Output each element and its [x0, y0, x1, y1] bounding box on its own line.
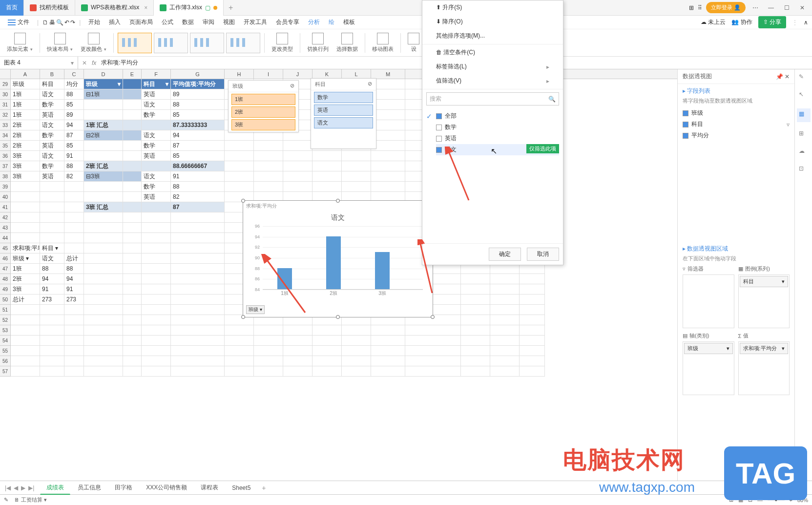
- row-header[interactable]: 51: [0, 305, 11, 315]
- qat-save-icon[interactable]: 🗋: [42, 19, 48, 26]
- maximize-button[interactable]: ☐: [781, 4, 792, 11]
- filter-area-drop[interactable]: [683, 274, 734, 328]
- sheet-prev-icon[interactable]: ◀: [13, 484, 19, 491]
- slicer-item[interactable]: 3班: [231, 119, 295, 130]
- qat-preview-icon[interactable]: 🔍: [56, 19, 63, 26]
- filter-search-input[interactable]: 搜索 🔍: [426, 92, 559, 105]
- field-item[interactable]: 班级: [683, 107, 790, 119]
- row-header[interactable]: 30: [0, 89, 11, 100]
- menu-insert[interactable]: 插入: [105, 16, 125, 28]
- row-header[interactable]: 36: [0, 151, 11, 161]
- row-header[interactable]: 29: [0, 79, 11, 89]
- col-header[interactable]: A: [11, 69, 40, 79]
- slicer-item[interactable]: 数学: [314, 92, 373, 103]
- filter-only-button[interactable]: 仅筛选此项: [526, 144, 559, 153]
- select-all-corner[interactable]: [0, 69, 11, 79]
- chart-style-3[interactable]: [190, 33, 224, 53]
- row-header[interactable]: 46: [0, 253, 11, 264]
- settings-button[interactable]: 设: [405, 32, 422, 54]
- row-header[interactable]: 38: [0, 171, 11, 182]
- checkbox-icon[interactable]: [683, 133, 688, 139]
- col-header[interactable]: E: [123, 69, 142, 79]
- row-header[interactable]: 34: [0, 130, 11, 141]
- values-area-drop[interactable]: 求和项:平均分▾: [738, 341, 790, 395]
- axis-area-item[interactable]: 班级▾: [684, 343, 733, 354]
- menu-start[interactable]: 开始: [84, 16, 104, 28]
- chart-style-4[interactable]: [226, 33, 260, 53]
- filter-check-item[interactable]: 数学: [436, 122, 559, 133]
- select-tool-icon[interactable]: ↖: [799, 91, 809, 101]
- minimize-button[interactable]: —: [765, 4, 777, 11]
- col-header[interactable]: C: [64, 69, 84, 79]
- chart-style-1[interactable]: [118, 33, 152, 53]
- clear-filter-item[interactable]: 🗑 清空条件(C): [422, 45, 563, 60]
- sheet-tab[interactable]: 田字格: [108, 481, 139, 494]
- slicer-clear-icon[interactable]: ⊘: [290, 83, 294, 90]
- tab-doc1[interactable]: WPS表格教程.xlsx×: [75, 0, 154, 16]
- filter-check-all[interactable]: ✓全部: [436, 110, 559, 122]
- spreadsheet-grid[interactable]: A B C D E F G H I J K L M O P Q R 29班级科目…: [0, 69, 677, 481]
- sort-asc-item[interactable]: ⬆ 升序(S): [422, 0, 563, 15]
- row-header[interactable]: 32: [0, 110, 11, 120]
- add-element-button[interactable]: 添加元素: [4, 32, 36, 54]
- close-window-button[interactable]: ✕: [796, 4, 808, 11]
- menu-review[interactable]: 审阅: [199, 16, 218, 28]
- label-filter-item[interactable]: 标签筛选(L)▸: [422, 60, 563, 74]
- share-button[interactable]: ⇧ 分享: [758, 16, 786, 28]
- row-header[interactable]: 40: [0, 192, 11, 202]
- menu-member[interactable]: 会员专享: [272, 16, 303, 28]
- menu-dev[interactable]: 开发工具: [240, 16, 271, 28]
- axis-area-drop[interactable]: 班级▾: [683, 341, 734, 395]
- row-header[interactable]: 48: [0, 274, 11, 284]
- slicer-item[interactable]: 1班: [231, 94, 295, 105]
- qat-print-icon[interactable]: 🖶: [49, 19, 55, 26]
- menu-icon[interactable]: ⋯: [750, 4, 761, 11]
- row-header[interactable]: 56: [0, 356, 11, 366]
- file-menu[interactable]: 文件: [4, 16, 33, 28]
- row-header[interactable]: 50: [0, 295, 11, 305]
- row-header[interactable]: 57: [0, 366, 11, 377]
- collapse-ribbon-icon[interactable]: ∧: [804, 19, 808, 26]
- row-header[interactable]: 44: [0, 233, 11, 243]
- col-header[interactable]: H: [225, 69, 254, 79]
- row-header[interactable]: 43: [0, 223, 11, 233]
- menu-layout[interactable]: 页面布局: [125, 16, 157, 28]
- add-sheet-button[interactable]: +: [258, 484, 270, 492]
- row-header[interactable]: 35: [0, 141, 11, 151]
- apps-icon[interactable]: ⠿: [698, 4, 702, 11]
- sheet-first-icon[interactable]: |◀: [4, 484, 12, 491]
- row-header[interactable]: 31: [0, 100, 11, 110]
- collab-button[interactable]: 👥 协作: [731, 18, 752, 26]
- quick-layout-button[interactable]: 快速布局: [44, 32, 76, 54]
- tab-templates[interactable]: 找稻壳模板: [24, 0, 75, 16]
- row-header[interactable]: 54: [0, 336, 11, 346]
- menu-template[interactable]: 模板: [339, 16, 359, 28]
- status-mode-icon[interactable]: ✎: [4, 497, 8, 503]
- filter-icon[interactable]: ▿: [787, 121, 790, 128]
- col-header[interactable]: F: [142, 69, 171, 79]
- filter-check-item[interactable]: 语文 仅筛选此项: [436, 144, 559, 155]
- slicer-item[interactable]: 语文: [314, 117, 373, 128]
- tab-home[interactable]: 首页: [0, 0, 24, 16]
- menu-draw[interactable]: 绘: [325, 16, 338, 28]
- move-chart-button[interactable]: 移动图表: [369, 32, 396, 54]
- cloud-status[interactable]: ☁ 未上云: [701, 18, 726, 26]
- more-tool-icon[interactable]: ⊡: [799, 165, 809, 175]
- sheet-tab[interactable]: 员工信息: [71, 481, 107, 494]
- select-data-button[interactable]: 选择数据: [333, 32, 361, 54]
- col-header[interactable]: D: [84, 69, 123, 79]
- fx-icon[interactable]: fx: [92, 60, 96, 66]
- sheet-last-icon[interactable]: ▶|: [27, 484, 35, 491]
- sort-desc-item[interactable]: ⬇ 降序(O): [422, 15, 563, 29]
- menu-view[interactable]: 视图: [219, 16, 239, 28]
- col-header[interactable]: L: [342, 69, 371, 79]
- value-filter-item[interactable]: 值筛选(V)▸: [422, 74, 563, 88]
- style-tool-icon[interactable]: ✎: [799, 73, 809, 83]
- col-header[interactable]: B: [40, 69, 64, 79]
- row-header[interactable]: 52: [0, 315, 11, 325]
- close-icon[interactable]: ×: [144, 4, 147, 11]
- col-header[interactable]: I: [254, 69, 283, 79]
- qat-redo-icon[interactable]: ↷: [70, 19, 75, 26]
- add-tab-button[interactable]: +: [224, 3, 238, 12]
- col-header[interactable]: K: [312, 69, 342, 79]
